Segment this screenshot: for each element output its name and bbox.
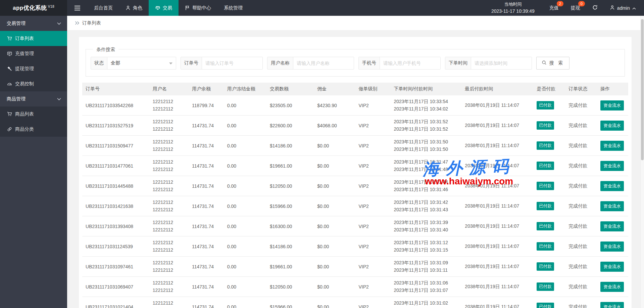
col-order-time: 下单时间/付款时间	[390, 83, 461, 95]
col-balance: 用户余额	[189, 83, 224, 95]
nav-item-system[interactable]: 系统管理	[217, 0, 249, 16]
cell-order-time: 2023年11月17日 10:31:522023年11月17日 10:31:52	[390, 116, 461, 136]
main-content: 条件搜索 状态 全部 订单号 用户名称	[67, 31, 644, 308]
cell-amount: $14186.00	[266, 236, 314, 257]
app-logo-version: V18	[48, 5, 54, 8]
gauge-icon	[7, 81, 12, 86]
order-no-filter-label: 订单号	[181, 57, 202, 69]
order-time-filter-group: 下单时间	[445, 57, 532, 70]
fund-flow-button[interactable]: 资金流水	[600, 181, 624, 191]
cell-frozen: 0.00	[224, 236, 266, 257]
sidebar-item-trade-control[interactable]: 交易控制	[0, 76, 67, 91]
refresh-button[interactable]	[586, 0, 604, 16]
cell-level: VIP2	[355, 216, 390, 236]
sidebar-toggle-button[interactable]	[67, 0, 88, 16]
link-icon	[7, 127, 12, 132]
nav-item-home[interactable]: 后台首页	[88, 0, 119, 16]
vertical-scrollbar[interactable]	[640, 16, 644, 308]
phone-input[interactable]	[380, 57, 440, 69]
username-input[interactable]	[293, 57, 354, 69]
cell-actions: 资金流水	[597, 216, 628, 236]
nav-item-trade[interactable]: 交易	[149, 0, 179, 16]
cell-order-time: 2023年11月17日 10:31:122023年11月17日 10:31:15	[390, 236, 461, 257]
table-row: UB2311171031069407 1221211212212112 1147…	[82, 277, 628, 297]
gavel-icon	[7, 66, 12, 71]
fund-flow-button[interactable]: 资金流水	[600, 201, 624, 211]
cell-balance: 114731.74	[189, 136, 224, 156]
sidebar-item-recharge-management[interactable]: 充值管理	[0, 46, 67, 61]
fund-flow-button[interactable]: 资金流水	[600, 141, 624, 151]
cell-balance: 114731.74	[189, 297, 224, 308]
cell-username: 1221211212212112	[149, 176, 189, 196]
fund-flow-button[interactable]: 资金流水	[600, 100, 624, 111]
fund-flow-button[interactable]: 资金流水	[600, 302, 624, 308]
sidebar-item-product-category[interactable]: 商品分类	[0, 122, 67, 137]
cell-last-pay-time: 2038年01月19日 11:14:07	[461, 176, 533, 196]
paid-badge: 已付款	[537, 222, 554, 230]
col-actions: 操作	[597, 83, 628, 95]
col-amount: 交易数额	[266, 83, 314, 95]
fund-flow-button[interactable]: 资金流水	[600, 262, 624, 272]
app-logo-text: app优化系统	[13, 4, 47, 12]
cell-level: VIP2	[355, 236, 390, 257]
cell-frozen: 0.00	[224, 95, 266, 116]
cell-order-no: UB2311171031477061	[82, 156, 149, 176]
cell-level: VIP2	[355, 196, 390, 216]
cell-amount: $15966.00	[266, 196, 314, 216]
nav-item-help[interactable]: 帮助中心	[179, 0, 217, 16]
cell-username: 1221211212212112	[149, 257, 189, 277]
username-filter-group: 用户名称	[267, 57, 354, 70]
cell-status: 完成付款	[565, 95, 597, 116]
local-time-label: 当地时间	[504, 1, 522, 8]
order-no-input[interactable]	[202, 57, 262, 69]
cell-order-no: UB2311171031021404	[82, 297, 149, 308]
sidebar-item-order-list[interactable]: 订单列表	[0, 31, 67, 46]
scrollbar-thumb[interactable]	[641, 19, 644, 160]
cell-frozen: 0.00	[224, 257, 266, 277]
user-menu[interactable]: admin	[604, 0, 644, 16]
cell-username: 1221211212212112	[149, 95, 189, 116]
content-card: 条件搜索 状态 全部 订单号 用户名称	[79, 37, 632, 308]
status-select[interactable]: 全部	[107, 57, 176, 69]
cell-paid: 已付款	[533, 176, 565, 196]
sidebar-item-withdraw-management[interactable]: 提现管理	[0, 61, 67, 76]
fund-flow-button[interactable]: 资金流水	[600, 282, 624, 292]
sidebar-group-product-management[interactable]: 商品管理	[0, 91, 67, 106]
cell-level: VIP2	[355, 95, 390, 116]
fund-flow-button[interactable]: 资金流水	[600, 221, 624, 231]
cell-order-no: UB2311171031421638	[82, 196, 149, 216]
paid-badge: 已付款	[537, 182, 554, 190]
search-button[interactable]: 搜 索	[536, 57, 569, 70]
fund-flow-button[interactable]: 资金流水	[600, 161, 624, 171]
cell-actions: 资金流水	[597, 297, 628, 308]
refresh-icon	[592, 5, 598, 11]
recharge-button[interactable]: 充值 2	[543, 0, 565, 16]
paid-badge: 已付款	[537, 303, 554, 308]
cell-commission: $4068.00	[314, 116, 355, 136]
col-frozen: 用户冻结金额	[224, 83, 266, 95]
recharge-count-badge: 2	[557, 1, 563, 6]
filter-row: 状态 全部 订单号 用户名称 手机	[91, 57, 620, 70]
cell-status: 完成付款	[565, 136, 597, 156]
withdraw-button[interactable]: 提现 0	[565, 0, 586, 16]
cell-status: 完成付款	[565, 196, 597, 216]
fund-flow-button[interactable]: 资金流水	[600, 241, 624, 252]
table-row: UB2311171033542268 1221211212212112 1187…	[82, 95, 628, 116]
cell-amount: $16300.00	[266, 216, 314, 236]
col-status: 订单状态	[565, 83, 597, 95]
cell-order-no: UB2311171031393408	[82, 216, 149, 236]
col-last-pay-time: 最后付款时间	[461, 83, 533, 95]
fund-flow-button[interactable]: 资金流水	[600, 121, 624, 131]
table-row: UB2311171031477061 1221211212212112 1147…	[82, 156, 628, 176]
cell-username: 1221211212212112	[149, 196, 189, 216]
phone-filter-label: 手机号	[359, 57, 380, 69]
cell-level: VIP2	[355, 176, 390, 196]
cell-commission: $0.00	[314, 196, 355, 216]
order-time-input[interactable]	[471, 57, 532, 69]
cell-paid: 已付款	[533, 196, 565, 216]
nav-item-roles[interactable]: 角色	[119, 0, 149, 16]
search-filter-panel: 条件搜索 状态 全部 订单号 用户名称	[86, 49, 625, 77]
sidebar-group-trade-management[interactable]: 交易管理	[0, 16, 67, 31]
sidebar-item-product-list[interactable]: 商品列表	[0, 106, 67, 122]
cell-last-pay-time: 2038年01月19日 11:14:07	[461, 136, 533, 156]
